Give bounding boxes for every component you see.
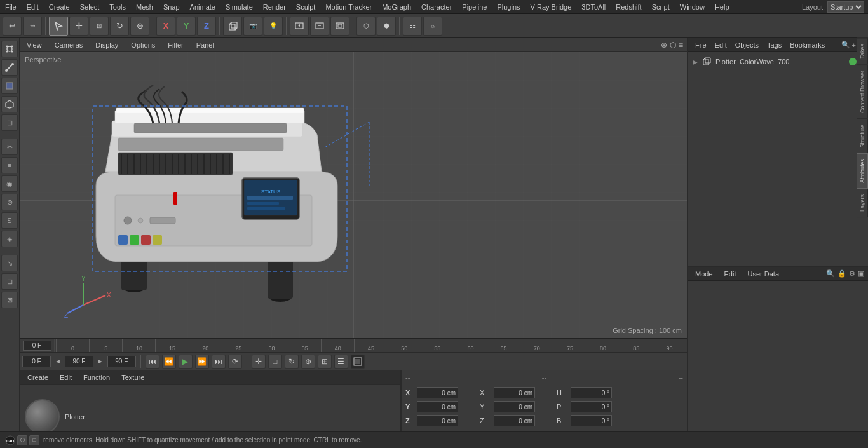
attr-lock-icon[interactable]: 🔒 [837, 269, 846, 278]
select-tool[interactable] [49, 17, 68, 36]
transform-tool[interactable]: ⊕ [130, 17, 149, 36]
menu-sculpt[interactable]: Sculpt [291, 2, 321, 12]
menu-render[interactable]: Render [258, 2, 291, 12]
attr-menu-mode[interactable]: Mode [691, 269, 717, 279]
axis-y[interactable]: Y [177, 17, 196, 36]
rotate-tool-play[interactable]: ↻ [285, 355, 299, 369]
menu-redshift[interactable]: Redshift [611, 2, 646, 12]
om-expand-icon[interactable]: ▶ [693, 58, 698, 65]
menu-plugins[interactable]: Plugins [492, 2, 525, 12]
box-tool-play[interactable]: □ [268, 355, 282, 369]
menu-help[interactable]: Help [710, 2, 735, 12]
tool-object[interactable] [1, 96, 18, 112]
scale-tool-play[interactable]: ⊕ [301, 355, 315, 369]
tool-points[interactable] [1, 41, 18, 57]
om-search-icon[interactable]: 🔍 [841, 41, 850, 49]
menu-tools[interactable]: Tools [104, 2, 131, 12]
om-menu-bookmarks[interactable]: Bookmarks [786, 40, 829, 50]
render-play[interactable] [351, 355, 365, 369]
tool-edges[interactable] [1, 59, 18, 76]
coord-y-pos[interactable] [417, 401, 458, 412]
mat-menu-create[interactable]: Create [24, 372, 52, 383]
redo-button[interactable]: ↪ [23, 17, 42, 36]
extrude-btn[interactable]: ⬢ [377, 17, 396, 36]
grid-tool-play[interactable]: ⊞ [318, 355, 332, 369]
loop-button[interactable]: ⟳ [228, 355, 242, 369]
mat-menu-function[interactable]: Function [79, 372, 114, 383]
menu-file[interactable]: File [0, 2, 22, 12]
render-view[interactable] [290, 17, 309, 36]
tab-takes[interactable]: Takes [857, 38, 868, 65]
undo-button[interactable]: ↩ [3, 17, 22, 36]
menu-create[interactable]: Create [44, 2, 75, 12]
menu-character[interactable]: Character [416, 2, 457, 12]
om-add-icon[interactable]: + [852, 41, 856, 49]
coord-y-size[interactable] [494, 401, 535, 412]
coord-z-pos[interactable] [417, 415, 458, 426]
floor-btn[interactable]: ☷ [403, 17, 422, 36]
menu-edit[interactable]: Edit [22, 2, 44, 12]
coord-z-size[interactable] [494, 415, 535, 426]
axis-x[interactable]: X [156, 17, 175, 36]
obj-camera[interactable]: 📷 [243, 17, 262, 36]
frame-prev-arrow[interactable]: ◄ [53, 358, 62, 365]
obj-cube[interactable] [223, 17, 242, 36]
menu-snap[interactable]: Snap [158, 2, 185, 12]
vp-menu-options[interactable]: Options [128, 40, 158, 50]
tool-select2[interactable]: ◈ [1, 231, 18, 247]
om-object-row[interactable]: ▶ Plotter_ColorWave_700 •• [690, 55, 865, 69]
frame-next-arrow[interactable]: ► [96, 358, 105, 365]
tool-snap2[interactable]: ⊡ [1, 273, 18, 290]
vp-menu-cameras[interactable]: Cameras [51, 40, 86, 50]
coord-p-rot[interactable] [571, 401, 612, 412]
attr-search-icon[interactable]: 🔍 [826, 269, 835, 278]
vp-menu-filter[interactable]: Filter [165, 40, 186, 50]
render-to-po[interactable] [310, 17, 329, 36]
tool-falloff[interactable]: ⊠ [1, 292, 18, 308]
vp-icon-settings[interactable]: ≡ [679, 41, 683, 50]
mat-menu-texture[interactable]: Texture [118, 372, 148, 383]
start-frame-input[interactable] [22, 356, 51, 367]
render-indicator[interactable]: □ [29, 435, 39, 445]
viewport-canvas[interactable]: STATUS [20, 52, 687, 338]
play-button[interactable]: ▶ [179, 355, 193, 369]
coord-x-pos[interactable] [417, 387, 458, 398]
menu-select[interactable]: Select [75, 2, 105, 12]
mat-menu-edit[interactable]: Edit [56, 372, 76, 383]
tool-magnet[interactable]: ↘ [1, 255, 18, 271]
tab-content-browser[interactable]: Content Browser [857, 65, 868, 119]
attr-expand-icon[interactable]: ▣ [858, 269, 864, 278]
end-frame-display[interactable] [65, 356, 93, 367]
attr-settings-icon[interactable]: ⚙ [849, 269, 855, 278]
attr-menu-user-data[interactable]: User Data [744, 269, 783, 279]
tool-paint[interactable]: ⊛ [1, 194, 18, 210]
material-thumbnail[interactable] [25, 399, 60, 434]
step-forward-button[interactable]: ⏩ [195, 355, 209, 369]
vp-menu-view[interactable]: View [24, 40, 45, 50]
extra-tool-play[interactable]: ☰ [334, 355, 348, 369]
sky-btn[interactable]: ☼ [423, 17, 442, 36]
move-tool[interactable]: ✛ [69, 17, 88, 36]
end-frame-input2[interactable] [107, 356, 136, 367]
vp-menu-display[interactable]: Display [92, 40, 121, 50]
vp-icon-resize[interactable]: ⊕ [661, 41, 667, 50]
move-tool-play[interactable]: ✛ [252, 355, 266, 369]
menu-script[interactable]: Script [647, 2, 675, 12]
menu-mesh[interactable]: Mesh [131, 2, 158, 12]
tab-layers[interactable]: Layers [857, 189, 868, 217]
menu-pipeline[interactable]: Pipeline [457, 2, 492, 12]
layout-dropdown[interactable]: Startup [827, 1, 864, 13]
boole-btn[interactable]: ⬡ [356, 17, 376, 36]
tool-polys[interactable] [1, 78, 18, 94]
vp-menu-panel[interactable]: Panel [193, 40, 217, 50]
menu-vray[interactable]: V-Ray Bridge [526, 2, 577, 12]
menu-3dtoall[interactable]: 3DToAll [576, 2, 611, 12]
attr-menu-edit[interactable]: Edit [721, 269, 740, 279]
viewport-indicator[interactable]: ⬡ [17, 435, 27, 445]
om-menu-tags[interactable]: Tags [763, 40, 785, 50]
menu-window[interactable]: Window [675, 2, 710, 12]
om-menu-objects[interactable]: Objects [731, 40, 763, 50]
tool-sculpt2[interactable]: S [1, 212, 18, 229]
menu-animate[interactable]: Animate [185, 2, 220, 12]
vp-icon-fullscreen[interactable]: ⬡ [670, 41, 676, 50]
